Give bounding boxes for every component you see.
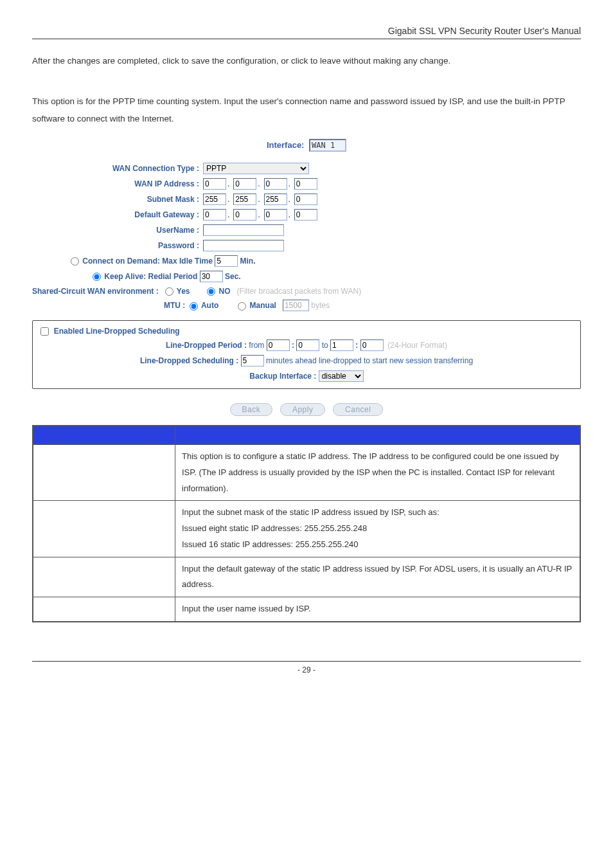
- period-to-h[interactable]: [330, 339, 353, 351]
- mtu-unit: bytes: [311, 301, 330, 310]
- cancel-button[interactable]: Cancel: [333, 403, 383, 416]
- mtu-manual: Manual: [250, 301, 276, 310]
- subnet-3[interactable]: [264, 194, 287, 205]
- table-row: [33, 445, 175, 501]
- shared-label: Shared-Circuit WAN environment :: [32, 287, 159, 296]
- conn-type-select[interactable]: PPTP: [203, 163, 309, 174]
- cod-time-input[interactable]: [215, 255, 238, 267]
- back-button[interactable]: Back: [230, 403, 273, 416]
- wan-ip-label: WAN IP Address :: [32, 176, 202, 192]
- page-header: Gigabit SSL VPN Security Router User's M…: [32, 26, 581, 39]
- gw-4[interactable]: [294, 209, 317, 221]
- line-dropped-sched-row: Line-Dropped Scheduling : minutes ahead …: [40, 355, 573, 366]
- table-row: [33, 501, 175, 557]
- conn-type-label: WAN Connection Type :: [32, 161, 202, 176]
- config-form: WAN Connection Type : PPTP WAN IP Addres…: [32, 161, 581, 253]
- sched-minutes-input[interactable]: [241, 355, 264, 366]
- ka-unit: Sec.: [225, 272, 241, 281]
- username-label: UserName :: [32, 222, 202, 238]
- cod-unit: Min.: [240, 257, 256, 266]
- wan-ip-4[interactable]: [294, 178, 317, 190]
- shared-no: NO: [219, 287, 231, 296]
- gw-3[interactable]: [264, 209, 287, 221]
- apply-button[interactable]: Apply: [280, 403, 326, 416]
- mtu-manual-radio[interactable]: [238, 302, 246, 311]
- table-header-right: [175, 426, 581, 445]
- table-cell-subnet: Input the subnet mask of the static IP a…: [175, 501, 581, 557]
- period-label: Line-Dropped Period :: [166, 341, 247, 350]
- ka-label: Keep Alive: Redial Period: [104, 272, 197, 281]
- enable-line-dropped-checkbox[interactable]: [40, 327, 49, 336]
- keep-alive-radio[interactable]: [93, 273, 101, 281]
- backup-interface-row: Backup Interface : disable: [40, 370, 573, 382]
- period-from-m[interactable]: [296, 339, 319, 351]
- interface-select[interactable]: WAN 1: [309, 139, 346, 152]
- table-cell-wan-ip: This option is to configure a static IP …: [175, 445, 581, 501]
- period-to-m[interactable]: [360, 339, 384, 351]
- mtu-row: MTU : Auto Manual bytes: [164, 300, 581, 311]
- sched-label: Line-Dropped Scheduling :: [140, 356, 238, 365]
- line-dropped-box: Enabled Line-Dropped Scheduling Line-Dro…: [32, 320, 581, 389]
- button-row: Back Apply Cancel: [32, 403, 581, 416]
- enable-line-dropped-label: Enabled Line-Dropped Scheduling: [54, 327, 180, 336]
- mtu-label: MTU :: [164, 301, 185, 310]
- connect-on-demand-row: Connect on Demand: Max Idle Time Min.: [71, 253, 581, 269]
- intro-para-1: After the changes are completed, click t…: [32, 52, 581, 69]
- interface-row: Interface: WAN 1: [32, 139, 581, 152]
- backup-select[interactable]: disable: [319, 370, 364, 382]
- connect-on-demand-radio[interactable]: [71, 257, 79, 266]
- gateway-label: Default Gateway :: [32, 207, 202, 222]
- gw-1[interactable]: [203, 209, 226, 221]
- table-header-left: [33, 426, 175, 445]
- wan-ip-1[interactable]: [203, 178, 226, 190]
- shared-circuit-row: Shared-Circuit WAN environment : Yes NO …: [32, 287, 581, 296]
- username-input[interactable]: [203, 224, 284, 236]
- shared-no-radio[interactable]: [207, 287, 215, 296]
- shared-yes-radio[interactable]: [165, 287, 173, 296]
- table-cell-username: Input the user name issued by ISP.: [175, 597, 581, 621]
- password-input[interactable]: [203, 240, 284, 251]
- subnet-4[interactable]: [294, 194, 317, 205]
- keep-alive-row: Keep Alive: Redial Period Sec.: [93, 269, 581, 284]
- mtu-input[interactable]: [283, 300, 309, 311]
- subnet-1[interactable]: [203, 194, 226, 205]
- period-to: to: [322, 341, 328, 350]
- hour-format: (24-Hour Format): [387, 341, 447, 350]
- interface-label: Interface:: [267, 140, 305, 150]
- wan-ip-2[interactable]: [233, 178, 256, 190]
- period-from: from: [249, 341, 264, 350]
- table-cell-gateway: Input the default gateway of the static …: [175, 557, 581, 597]
- gw-2[interactable]: [233, 209, 256, 221]
- mtu-auto: Auto: [201, 301, 218, 310]
- ka-time-input[interactable]: [200, 271, 223, 282]
- backup-label: Backup Interface :: [249, 372, 316, 381]
- intro-para-2: This option is for the PPTP time countin…: [32, 93, 581, 127]
- mtu-auto-radio[interactable]: [190, 302, 198, 311]
- page-footer: - 29 -: [32, 661, 581, 674]
- manual-title: Gigabit SSL VPN Security Router User's M…: [388, 26, 581, 36]
- subnet-label: Subnet Mask :: [32, 192, 202, 207]
- table-row: [33, 597, 175, 621]
- subnet-2[interactable]: [233, 194, 256, 205]
- filter-note: (Filter broadcast packets from WAN): [237, 287, 362, 296]
- table-row: [33, 557, 175, 597]
- description-table: This option is to configure a static IP …: [32, 425, 581, 622]
- line-dropped-period-row: Line-Dropped Period : from : to : (24-Ho…: [40, 339, 573, 351]
- page-number: - 29 -: [298, 665, 315, 674]
- wan-ip-3[interactable]: [264, 178, 287, 190]
- period-from-h[interactable]: [267, 339, 290, 351]
- shared-yes: Yes: [177, 287, 190, 296]
- cod-label: Connect on Demand: Max Idle Time: [82, 257, 212, 266]
- password-label: Password :: [32, 238, 202, 253]
- sched-suffix: minutes ahead line-dropped to start new …: [266, 356, 473, 365]
